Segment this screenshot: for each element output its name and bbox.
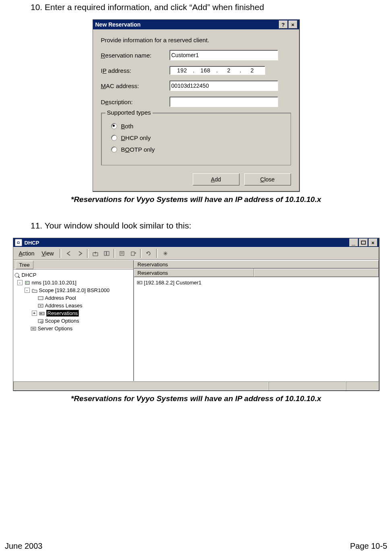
add-button[interactable]: Add [193, 173, 239, 185]
svg-rect-26 [137, 281, 142, 284]
svg-line-11 [164, 252, 167, 255]
menu-view[interactable]: View [38, 249, 57, 257]
footer-page: Page 10-5 [350, 542, 387, 551]
note-1: *Reservations for Vyyo Systems will have… [5, 195, 387, 204]
svg-rect-4 [120, 251, 124, 255]
radio-dhcp-label: DHCP only [121, 134, 151, 141]
ip-octet-2[interactable]: 168 [195, 67, 217, 74]
svg-rect-21 [38, 319, 43, 323]
close-icon[interactable]: × [289, 21, 297, 29]
mmc-toolbar: Action View [13, 247, 379, 260]
ip-address-input[interactable]: 192. 168. 2. 2 [169, 66, 265, 75]
supported-types-group: Supported types Both DHCP only BOOTP onl… [101, 113, 291, 165]
show-hide-tree-icon[interactable] [101, 248, 112, 259]
svg-rect-14 [25, 281, 29, 284]
reservation-name-input[interactable] [169, 50, 278, 60]
radio-dhcp-row[interactable]: DHCP only [111, 134, 285, 141]
svg-point-15 [26, 282, 27, 283]
dialog-title: New Reservation [95, 21, 278, 28]
expander-icon[interactable]: + [32, 311, 37, 316]
tree-pane: Tree DHCP - nms [10.10.10.201] [13, 260, 134, 381]
svg-rect-0 [361, 241, 365, 244]
svg-point-12 [15, 273, 19, 277]
new-reservation-dialog: New Reservation ? × Provide information … [93, 19, 300, 192]
tree-scope-options[interactable]: Scope Options [14, 317, 132, 325]
svg-line-13 [18, 276, 20, 278]
svg-line-10 [164, 252, 167, 255]
close-button[interactable]: Close [244, 173, 291, 185]
tree-tab[interactable]: Tree [16, 261, 33, 269]
status-cell-1 [13, 381, 269, 390]
minimize-button[interactable]: _ [349, 239, 358, 247]
address-leases-icon [37, 303, 44, 309]
svg-rect-7 [131, 252, 134, 255]
supported-types-legend: Supported types [105, 109, 153, 116]
radio-dhcp[interactable] [111, 135, 117, 141]
expander-icon[interactable]: - [25, 288, 30, 293]
properties-icon[interactable] [117, 248, 127, 259]
ip-address-label: IP address: [101, 67, 169, 74]
svg-rect-3 [107, 251, 109, 255]
list-title-header: Reservations [134, 260, 379, 268]
radio-bootp[interactable] [111, 146, 117, 152]
mac-address-label: MAC address: [101, 82, 169, 89]
svg-rect-1 [93, 253, 98, 256]
folder-icon [31, 288, 38, 293]
nav-back-icon[interactable] [64, 248, 74, 259]
tree-nms[interactable]: - nms [10.10.10.201] [14, 279, 132, 286]
radio-both-row[interactable]: Both [111, 123, 285, 130]
status-bar [13, 381, 379, 390]
tree-server-options[interactable]: Server Options [14, 325, 132, 332]
menu-action[interactable]: Action [16, 249, 38, 257]
step-11-text: 11. Your window should look similar to t… [31, 221, 387, 231]
reservations-icon [39, 311, 45, 316]
dhcp-console-window: Ω DHCP _ × Action View [13, 238, 380, 391]
mac-address-input[interactable] [169, 80, 278, 91]
mmc-title: DHCP [25, 240, 39, 246]
up-folder-icon[interactable] [90, 248, 101, 259]
svg-point-22 [41, 321, 43, 323]
tree-root[interactable]: DHCP [14, 271, 132, 279]
step-10-text: 10. Enter a required information, and cl… [31, 2, 387, 12]
reservation-name-label: Reservation name: [101, 52, 169, 59]
list-column-reservations[interactable]: Reservations [134, 269, 254, 277]
tree-address-pool[interactable]: Address Pool [14, 294, 132, 302]
ip-octet-4[interactable]: 2 [241, 67, 263, 74]
dialog-caption: Provide information for a reserved clien… [101, 37, 291, 43]
mmc-titlebar[interactable]: Ω DHCP _ × [13, 238, 379, 247]
footer-date: June 2003 [5, 542, 42, 551]
radio-both-label: Both [121, 123, 134, 130]
maximize-button[interactable] [359, 239, 368, 247]
radio-both[interactable] [111, 123, 117, 129]
radio-bootp-label: BOOTP only [121, 146, 155, 153]
close-window-button[interactable]: × [369, 239, 378, 247]
tree-scope[interactable]: - Scope [192.168.2.0] BSR1000 [14, 286, 132, 294]
refresh-icon[interactable] [143, 248, 154, 259]
export-list-icon[interactable] [128, 248, 138, 259]
server-options-icon [30, 326, 37, 332]
svg-rect-2 [104, 251, 106, 255]
list-column-2[interactable] [254, 269, 379, 277]
list-body[interactable]: [192.168.2.2] Customer1 [134, 277, 379, 381]
radio-bootp-row[interactable]: BOOTP only [111, 146, 285, 153]
description-label: Description: [101, 99, 169, 105]
expander-icon[interactable]: - [17, 280, 23, 285]
description-input[interactable] [169, 97, 278, 107]
svg-rect-27 [138, 282, 140, 283]
ip-octet-1[interactable]: 192 [171, 67, 193, 74]
svg-rect-20 [40, 313, 42, 314]
svg-rect-19 [39, 312, 44, 315]
help-button[interactable]: ? [279, 21, 288, 29]
dialog-titlebar[interactable]: New Reservation ? × [93, 20, 299, 29]
server-icon [24, 280, 31, 286]
list-item-customer1[interactable]: [192.168.2.2] Customer1 [136, 279, 376, 286]
tree-address-leases[interactable]: Address Leases [14, 302, 132, 309]
ip-octet-3[interactable]: 2 [218, 67, 240, 74]
dhcp-app-icon: Ω [15, 239, 22, 246]
svg-rect-16 [38, 297, 43, 300]
address-pool-icon [37, 295, 44, 301]
tree-view[interactable]: DHCP - nms [10.10.10.201] - Scope [192.1… [13, 270, 133, 381]
nav-forward-icon[interactable] [75, 248, 85, 259]
dhcp-tool-icon[interactable] [160, 248, 171, 259]
tree-reservations[interactable]: + Reservations [14, 309, 132, 317]
